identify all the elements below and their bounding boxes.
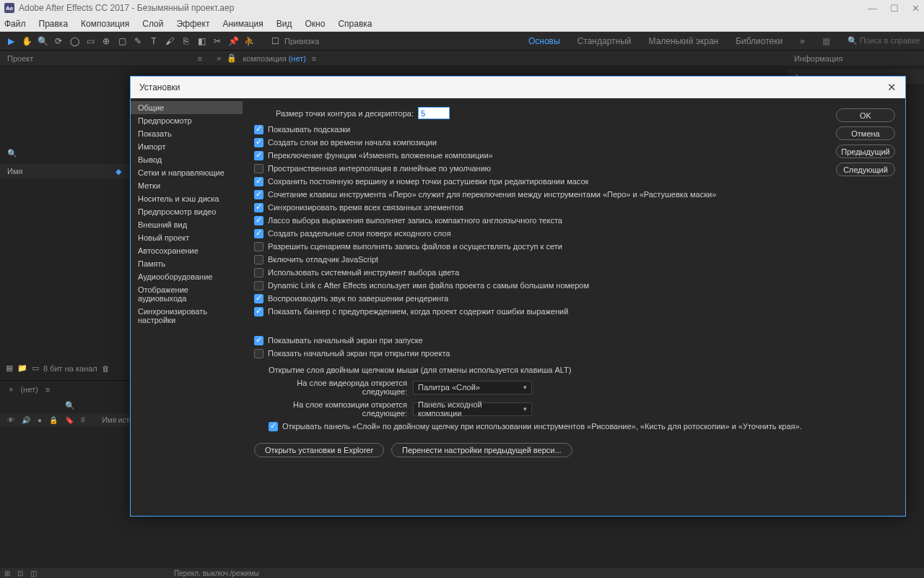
open-layer-panel-checkbox[interactable]	[269, 422, 278, 431]
category-item[interactable]: Автосохранение	[131, 244, 243, 257]
category-item[interactable]: Предпросмотр	[131, 114, 243, 127]
workspace-essentials[interactable]: Основы	[528, 36, 560, 46]
workspace-standard[interactable]: Стандартный	[578, 36, 632, 46]
puppet-tool-icon[interactable]: 📌	[227, 35, 240, 48]
person-icon[interactable]: ⛹	[243, 35, 256, 48]
checkbox[interactable]	[254, 190, 263, 199]
category-item[interactable]: Синхронизировать настройки	[131, 305, 243, 327]
checkbox[interactable]	[254, 242, 263, 251]
cancel-button[interactable]: Отмена	[836, 126, 895, 140]
trash-icon[interactable]: 🗑	[102, 364, 110, 373]
category-item[interactable]: Память	[131, 257, 243, 270]
help-search[interactable]: 🔍 Поиск в справке	[847, 36, 920, 46]
menu-help[interactable]: Справка	[338, 19, 372, 29]
workspace-small[interactable]: Маленький экран	[649, 36, 719, 46]
col-name[interactable]: Имя	[7, 167, 22, 176]
checkbox[interactable]	[254, 281, 263, 290]
toggle-switches[interactable]: Перекл. выключ./режимы	[174, 569, 259, 577]
camera-tool-icon[interactable]: ▭	[84, 35, 97, 48]
checkbox[interactable]	[254, 164, 263, 173]
close-icon[interactable]: ✕	[912, 3, 920, 14]
ok-button[interactable]: OK	[836, 108, 895, 122]
category-item[interactable]: Сетки и направляющие	[131, 166, 243, 179]
category-list: ОбщиеПредпросмотрПоказатьИмпортВыводСетк…	[131, 98, 243, 516]
toolbar-panel-icon[interactable]: ▦	[822, 36, 830, 46]
category-item[interactable]: Отображение аудиовыхода	[131, 283, 243, 305]
search-icon[interactable]: 🔍	[7, 149, 17, 158]
category-item[interactable]: Носитель и кэш диска	[131, 192, 243, 205]
checkbox[interactable]	[254, 151, 263, 160]
maximize-icon[interactable]: ☐	[890, 3, 899, 14]
menu-file[interactable]: Файл	[4, 19, 26, 29]
roto-tool-icon[interactable]: ✂	[211, 35, 224, 48]
brush-tool-icon[interactable]: 🖌	[163, 35, 176, 48]
sb-icon2[interactable]: ⊡	[17, 569, 23, 577]
category-item[interactable]: Аудиооборудование	[131, 270, 243, 283]
rotate-tool-icon[interactable]: ◯	[68, 35, 81, 48]
new-comp-icon[interactable]: ▭	[32, 363, 39, 373]
timeline-none[interactable]: (нет)	[20, 385, 38, 394]
snap-checkbox[interactable]: ☐	[269, 35, 282, 48]
tl-close-icon[interactable]: ×	[9, 385, 13, 394]
menu-view[interactable]: Вид	[276, 19, 292, 29]
clone-tool-icon[interactable]: ⎘	[179, 35, 192, 48]
category-item[interactable]: Внешний вид	[131, 218, 243, 231]
checkbox[interactable]	[254, 216, 263, 225]
menu-effect[interactable]: Эффект	[176, 19, 209, 29]
checkbox[interactable]	[254, 336, 263, 345]
category-item[interactable]: Импорт	[131, 140, 243, 153]
path-point-size-input[interactable]	[418, 107, 450, 119]
dialog-close-icon[interactable]: ✕	[887, 81, 897, 94]
tl-search-icon[interactable]: 🔍	[65, 401, 75, 410]
checkbox[interactable]	[254, 138, 263, 147]
checkbox[interactable]	[254, 268, 263, 277]
folder-icon[interactable]: 📁	[17, 363, 27, 373]
checkbox[interactable]	[254, 349, 263, 358]
minimize-icon[interactable]: —	[868, 3, 877, 14]
workspace-more-icon[interactable]: »	[800, 36, 805, 46]
workspace-libraries[interactable]: Библиотеки	[736, 36, 783, 46]
checkbox[interactable]	[254, 294, 263, 303]
hand-tool-icon[interactable]: ✋	[20, 35, 33, 48]
bpc-button[interactable]: 8 бит на канал	[43, 364, 97, 373]
sb-icon1[interactable]: ⊞	[4, 569, 10, 577]
footage-layer-combo[interactable]: Палитра «Слой»▾	[413, 381, 532, 394]
checkbox[interactable]	[254, 307, 263, 316]
category-item[interactable]: Новый проект	[131, 231, 243, 244]
category-item[interactable]: Показать	[131, 127, 243, 140]
category-item[interactable]: Вывод	[131, 153, 243, 166]
info-tab[interactable]: Информация	[794, 54, 842, 63]
eraser-tool-icon[interactable]: ◧	[195, 35, 208, 48]
checkbox[interactable]	[254, 125, 263, 134]
zoom-tool-icon[interactable]: 🔍	[36, 35, 49, 48]
next-button[interactable]: Следующий	[836, 163, 895, 176]
selection-tool-icon[interactable]: ▶	[4, 35, 17, 48]
pen-tool-icon[interactable]: ✎	[131, 35, 144, 48]
panel-close-icon[interactable]: ×	[217, 54, 221, 63]
category-item[interactable]: Предпросмотр видео	[131, 205, 243, 218]
orbit-tool-icon[interactable]: ⟳	[52, 35, 65, 48]
reveal-prefs-button[interactable]: Открыть установки в Explorer	[254, 443, 384, 457]
checkbox[interactable]	[254, 229, 263, 238]
comp-layer-combo[interactable]: Панель исходной композиции▾	[413, 402, 532, 416]
menu-animation[interactable]: Анимация	[222, 19, 263, 29]
sb-icon3[interactable]: ◫	[30, 569, 37, 577]
category-item[interactable]: Общие	[131, 101, 243, 114]
previous-button[interactable]: Предыдущий	[836, 144, 895, 158]
migrate-prefs-button[interactable]: Перенести настройки предыдущей верси...	[391, 443, 572, 457]
anchor-icon[interactable]: ⊕	[100, 35, 113, 48]
menu-window[interactable]: Окно	[305, 19, 325, 29]
composition-tab[interactable]: композиция (нет)	[243, 54, 305, 63]
text-tool-icon[interactable]: T	[147, 35, 160, 48]
menu-edit[interactable]: Правка	[39, 19, 69, 29]
lock-icon[interactable]: 🔒	[227, 53, 237, 63]
checkbox[interactable]	[254, 255, 263, 264]
project-tab[interactable]: Проект	[7, 54, 33, 63]
checkbox[interactable]	[254, 177, 263, 186]
checkbox[interactable]	[254, 203, 263, 212]
shape-tool-icon[interactable]: ▢	[116, 35, 128, 48]
category-item[interactable]: Метки	[131, 179, 243, 192]
menu-composition[interactable]: Композиция	[81, 19, 129, 29]
menu-layer[interactable]: Слой	[142, 19, 163, 29]
interp-icon[interactable]: ▦	[6, 363, 13, 373]
